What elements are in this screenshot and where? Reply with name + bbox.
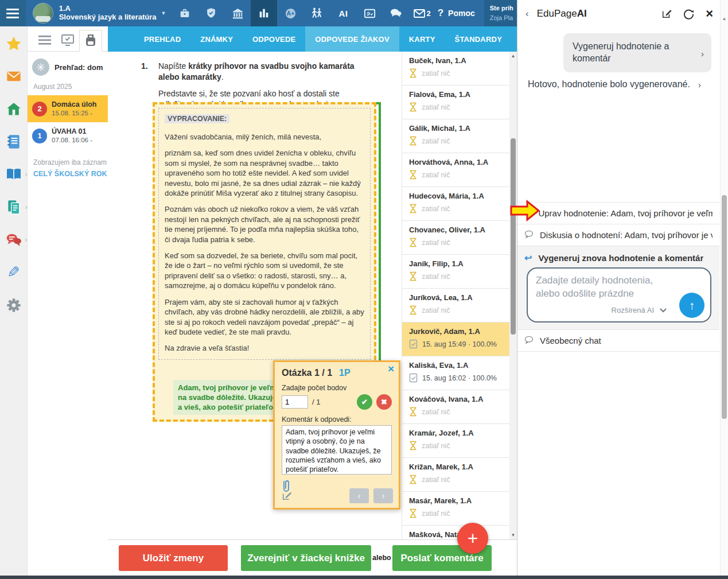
school-building-icon[interactable] xyxy=(224,0,251,26)
results-chart-icon[interactable] xyxy=(251,0,277,26)
gradebook-notebook-icon[interactable] xyxy=(3,131,24,152)
ai-input-placeholder: Zadajte detaily hodnotenia, alebo odošli… xyxy=(536,274,679,301)
chevron-right-icon[interactable]: › xyxy=(698,80,701,90)
class-title[interactable]: 1.A Slovenský jazyk a literatúra xyxy=(59,5,157,22)
close-icon[interactable]: × xyxy=(388,363,394,374)
mail-badge[interactable]: 2 xyxy=(426,9,430,18)
discuss-evaluation-label: Diskusia o hodnotení: Adam, tvoj príhovo… xyxy=(540,230,713,240)
general-chat-row[interactable]: Všeobecný chat xyxy=(517,329,719,352)
discussions-chat-icon[interactable]: › xyxy=(3,230,24,250)
model-selector[interactable]: Rozšírená AI xyxy=(612,306,667,314)
regenerate-label: Vygeneruj znova hodnotenie a komentár xyxy=(538,253,703,263)
new-chat-compose-icon[interactable] xyxy=(661,9,672,19)
filter-note: Zobrazujem iba záznam xyxy=(28,149,108,169)
regenerate-row[interactable]: ↩ Vygeneruj znova hodnotenie a komentár xyxy=(517,251,719,267)
home-icon[interactable] xyxy=(3,99,24,119)
tab-monitor-check-icon[interactable] xyxy=(56,29,79,51)
prev-answer-button[interactable]: ‹ xyxy=(349,488,369,503)
briefcase-icon[interactable] xyxy=(172,0,198,26)
publish-gradebook-button[interactable]: Zverejniť v žiackej knižke xyxy=(241,545,371,571)
settings-gear-icon[interactable] xyxy=(3,295,24,316)
confirm-check-button[interactable]: ✔ xyxy=(357,394,372,410)
chevron-down-icon[interactable]: ▼ xyxy=(161,10,166,16)
content-area: 1. Napíšte krátky príhovor na svadbu svo… xyxy=(108,52,517,539)
student-name: Kaliská, Eva, 1.A xyxy=(409,361,509,370)
student-row[interactable]: Chovanec, Oliver, 1.A zatiaľ nič xyxy=(402,221,509,255)
scroll-up-icon[interactable]: ▲ xyxy=(721,16,728,21)
comment-textarea[interactable]: Adam, tvoj príhovor je veľmi vtipný a os… xyxy=(282,425,392,475)
scrollbar-thumb[interactable] xyxy=(511,138,516,335)
ai-label[interactable]: AI xyxy=(330,0,356,26)
edit-evaluation-row[interactable]: ↩ Uprav hodnotenie: Adam, tvoj príhovor … xyxy=(517,202,719,224)
shield-check-icon[interactable] xyxy=(198,0,224,26)
subject-tab[interactable]: KARTY xyxy=(399,26,445,52)
assignment-date: 07.08. 16:06 - xyxy=(52,136,92,145)
grades-circle-icon[interactable]: A+ xyxy=(277,0,303,26)
student-row[interactable]: Jurkovič, Adam, 1.A 15. aug 15:49 · 100.… xyxy=(402,322,509,356)
attendance-people-icon[interactable] xyxy=(303,0,330,26)
messages-envelope-icon[interactable] xyxy=(3,66,24,87)
window-bottom-strip xyxy=(0,576,728,579)
student-row[interactable]: Hudecová, Mária, 1.A zatiaľ nič xyxy=(402,187,509,221)
close-panel-icon[interactable]: × xyxy=(706,7,713,20)
student-row[interactable]: Gálik, Michal, 1.A zatiaľ nič xyxy=(402,119,509,153)
student-row[interactable]: Kaliská, Eva, 1.A 15. aug 16:02 · 100.0% xyxy=(402,356,509,390)
subject-tab[interactable]: PREHĽAD xyxy=(134,26,190,52)
essay-paragraphs: Vážení svadobčania, milý ženích, milá ne… xyxy=(165,132,364,353)
back-chevron-icon[interactable]: ‹ xyxy=(525,8,529,20)
assignment-item-homework[interactable]: 2 Domáca úloh 15.08. 15:25 - xyxy=(28,95,108,122)
ai-input-box[interactable]: Zadajte detaily hodnotenia, alebo odošli… xyxy=(527,267,711,322)
scroll-down-icon[interactable]: ▼ xyxy=(509,533,517,538)
library-book-icon[interactable]: › xyxy=(3,164,24,185)
student-row[interactable]: Kramár, Jozef, 1.A zatiaľ nič xyxy=(402,424,509,458)
hamburger-menu-icon[interactable] xyxy=(0,0,26,26)
student-row[interactable]: Mašková, Natá zatiaľ nič xyxy=(402,526,509,539)
chat-bubbles-icon[interactable] xyxy=(383,0,409,26)
scrollbar-thumb[interactable] xyxy=(722,195,727,419)
send-button[interactable]: ↑ xyxy=(679,293,704,318)
student-status-text: zatiaľ nič xyxy=(422,103,450,111)
favorites-star-icon[interactable] xyxy=(3,33,24,54)
student-row[interactable]: Masár, Marek, 1.A zatiaľ nič xyxy=(402,492,509,526)
class-avatar[interactable] xyxy=(33,3,53,24)
add-fab-button[interactable]: + xyxy=(457,523,488,554)
points-input[interactable] xyxy=(282,395,308,409)
student-status-text: zatiaľ nič xyxy=(422,273,450,281)
documents-icon[interactable]: › xyxy=(3,197,24,217)
user-message-bubble[interactable]: Vygeneruj hodnotenie a komentár › xyxy=(563,33,711,72)
student-row[interactable]: Križan, Marek, 1.A zatiaľ nič xyxy=(402,458,509,492)
student-row[interactable]: Janík, Filip, 1.A zatiaľ nič xyxy=(402,255,509,289)
pen-icon[interactable]: ✎ xyxy=(3,262,24,283)
student-status-text: zatiaľ nič xyxy=(422,408,450,416)
or-label: alebo xyxy=(372,554,391,562)
subject-tab[interactable]: ZNÁMKY xyxy=(190,26,243,52)
edit-icon[interactable] xyxy=(282,491,292,503)
logged-in-user[interactable]: Ste prih Zoja Pla xyxy=(484,0,517,26)
top-bar: 1.A Slovenský jazyk a literatúra ▼ A+ xyxy=(0,0,517,26)
tab-assignments-backpack-icon[interactable] xyxy=(79,30,102,52)
history-icon[interactable] xyxy=(683,9,694,20)
help-button[interactable]: ? Pomoc xyxy=(438,7,475,19)
discuss-evaluation-row[interactable]: Diskusia o hodnotení: Adam, tvoj príhovo… xyxy=(517,224,719,246)
student-row[interactable]: Juríková, Lea, 1.A zatiaľ nič xyxy=(402,289,509,322)
scroll-up-icon[interactable]: ▲ xyxy=(509,53,517,59)
reject-x-button[interactable]: ✖ xyxy=(376,394,392,410)
tab-menu-icon[interactable] xyxy=(33,29,56,51)
save-changes-button[interactable]: Uložiť zmeny xyxy=(119,545,228,571)
student-row[interactable]: Fialová, Ema, 1.A zatiaľ nič xyxy=(402,86,509,119)
ai-panel-title: EduPageAI xyxy=(537,8,587,20)
assignment-item-uvaha[interactable]: 1 ÚVAHA 01 07.08. 16:06 - xyxy=(28,122,108,149)
next-answer-button[interactable]: › xyxy=(373,488,393,503)
subject-tab[interactable]: ODPOVEDE xyxy=(243,26,305,52)
topbar-icons: A+ AI 2 ? Pomoc xyxy=(172,0,474,26)
cast-screen-icon[interactable] xyxy=(356,0,383,26)
graded-border-right xyxy=(379,104,381,360)
panel-header[interactable]: ✳ Prehľad: dom xyxy=(28,52,108,81)
student-name: Gálik, Michal, 1.A xyxy=(409,124,509,133)
subject-tab[interactable]: ŠTANDARDY xyxy=(445,26,512,52)
subject-tab[interactable]: ODPOVEDE ŽIAKOV xyxy=(305,26,399,52)
student-row[interactable]: Buček, Ivan, 1.A zatiaľ nič xyxy=(402,52,509,86)
whole-year-link[interactable]: CELÝ ŠKOLSKÝ ROK xyxy=(28,169,108,180)
student-row[interactable]: Kováčová, Ivana, 1.A zatiaľ nič xyxy=(402,390,509,424)
student-row[interactable]: Horváthová, Anna, 1.A zatiaľ nič xyxy=(402,153,509,187)
